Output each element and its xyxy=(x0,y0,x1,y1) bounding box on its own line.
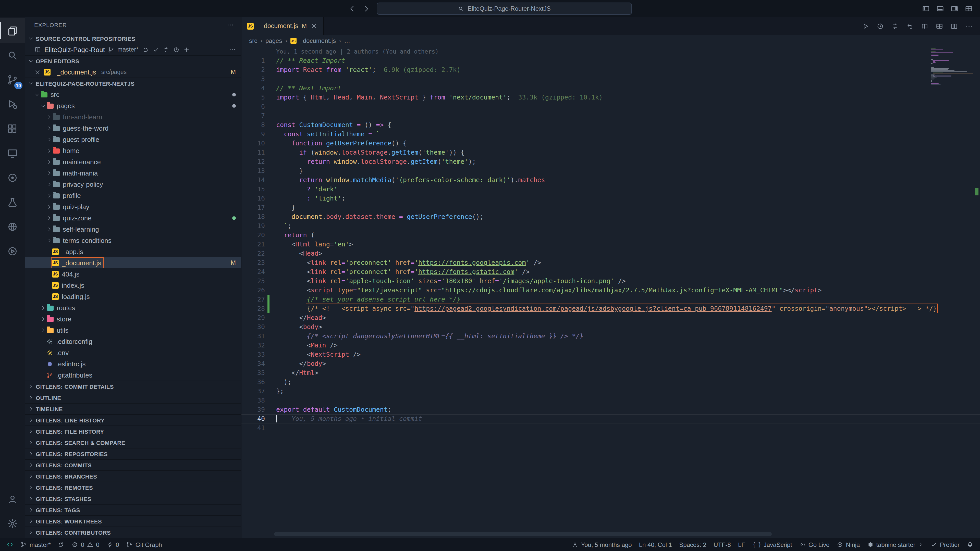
repository-row[interactable]: EliteQuiz-Page-Rout... master* xyxy=(25,44,241,55)
activity-accounts-icon[interactable] xyxy=(0,487,25,511)
status-indentation[interactable]: Spaces: 2 xyxy=(676,538,710,551)
status-eol[interactable]: LF xyxy=(735,538,749,551)
status-cursor-position[interactable]: Ln 40, Col 1 xyxy=(635,538,676,551)
code-line-18[interactable]: 18 document.body.dataset.theme = getUser… xyxy=(242,212,980,221)
tree-folder-store[interactable]: store xyxy=(25,313,241,324)
tree-folder-pages[interactable]: pages xyxy=(25,100,241,111)
open-editor-item[interactable]: _document.js src/pages M xyxy=(25,66,241,78)
status-gitlens-blame[interactable]: You, 5 months ago xyxy=(568,538,635,551)
tree-folder-utils[interactable]: utils xyxy=(25,324,241,336)
code-line-14[interactable]: 14 return window.matchMedia('(prefers-co… xyxy=(242,176,980,185)
sync-icon[interactable] xyxy=(143,46,149,53)
code-line-39[interactable]: 39export default CustomDocument; xyxy=(242,405,980,414)
tree-file-_app.js[interactable]: _app.js xyxy=(25,246,241,257)
command-center-search[interactable]: EliteQuiz-Page-Router-NextJS xyxy=(377,3,632,15)
status-problems[interactable]: 00 xyxy=(68,538,103,551)
code-line-8[interactable]: 8const CustomDocument = () => { xyxy=(242,121,980,130)
activity-testing-icon[interactable] xyxy=(0,190,25,214)
code-line-38[interactable]: 38 xyxy=(242,396,980,405)
breadcrumb-item[interactable]: pages xyxy=(266,37,282,44)
code-line-36[interactable]: 36 ); xyxy=(242,378,980,387)
tree-file-index.js[interactable]: index.js xyxy=(25,279,241,291)
tree-file-404.js[interactable]: 404.js xyxy=(25,268,241,279)
panel-gitlens-remotes[interactable]: GITLENS: REMOTES xyxy=(25,482,241,493)
minimap[interactable] xyxy=(930,47,973,87)
breadcrumb-item[interactable]: _document.js xyxy=(299,37,336,44)
overview-ruler[interactable] xyxy=(973,47,980,538)
code-line-21[interactable]: 21 <Html lang='en'> xyxy=(242,240,980,249)
code-line-34[interactable]: 34 </body> xyxy=(242,359,980,368)
status-remote-indicator[interactable] xyxy=(3,538,17,551)
activity-gitlens-icon[interactable] xyxy=(0,165,25,190)
panel-gitlens-search-compare[interactable]: GITLENS: SEARCH & COMPARE xyxy=(25,437,241,448)
code-line-30[interactable]: 30 <body> xyxy=(242,322,980,332)
code-line-16[interactable]: 16 : 'light'; xyxy=(242,194,980,203)
code-line-25[interactable]: 25 <link rel='apple-touch-icon' sizes='1… xyxy=(242,276,980,286)
history-back-icon[interactable] xyxy=(348,5,356,13)
code-line-24[interactable]: 24 <link rel='preconnect' href='https://… xyxy=(242,267,980,276)
code-line-23[interactable]: 23 <link rel='preconnect' href='https://… xyxy=(242,258,980,267)
status-notifications[interactable] xyxy=(963,538,977,551)
code-line-9[interactable]: 9 const setInitialTheme = ` xyxy=(242,130,980,139)
tree-folder-guest-profile[interactable]: guest-profile xyxy=(25,134,241,145)
tree-folder-privacy-policy[interactable]: privacy-policy xyxy=(25,179,241,190)
status-ninja[interactable]: Ninja xyxy=(833,538,863,551)
tree-file-loading.js[interactable]: loading.js xyxy=(25,291,241,302)
panel-gitlens-branches[interactable]: GITLENS: BRANCHES xyxy=(25,470,241,482)
panel-gitlens-stashes[interactable]: GITLENS: STASHES xyxy=(25,493,241,504)
code-line-33[interactable]: 33 <NextScript /> xyxy=(242,350,980,359)
tab-document-js[interactable]: _document.js M xyxy=(242,17,324,35)
code-line-13[interactable]: 13 } xyxy=(242,166,980,176)
history-forward-icon[interactable] xyxy=(363,5,371,13)
activity-explorer-icon[interactable] xyxy=(0,18,25,43)
code-line-1[interactable]: 1// ** React Import xyxy=(242,56,980,65)
tree-folder-self-learning[interactable]: self-learning xyxy=(25,224,241,235)
panel-outline[interactable]: OUTLINE xyxy=(25,392,241,403)
code-line-40[interactable]: 40 You, 5 months ago • initial commit xyxy=(242,414,980,424)
code-line-10[interactable]: 10 function getUserPreference() { xyxy=(242,139,980,148)
panel-gitlens-line-history[interactable]: GITLENS: LINE HISTORY xyxy=(25,414,241,426)
code-line-3[interactable]: 3 xyxy=(242,75,980,84)
more-actions-icon[interactable] xyxy=(227,21,234,29)
more-icon[interactable] xyxy=(965,22,973,30)
panel-gitlens-tags[interactable]: GITLENS: TAGS xyxy=(25,504,241,515)
close-icon[interactable] xyxy=(34,68,41,75)
tree-folder-quiz-play[interactable]: quiz-play xyxy=(25,201,241,212)
tree-folder-guess-the-word[interactable]: guess-the-word xyxy=(25,122,241,134)
book-icon[interactable] xyxy=(921,22,928,30)
check-icon[interactable] xyxy=(153,46,159,53)
status-sync[interactable] xyxy=(54,538,68,551)
more-actions-icon[interactable] xyxy=(229,46,236,53)
codelens-blame[interactable]: You, 1 second ago | 2 authors (You and o… xyxy=(242,47,980,56)
status-go-live[interactable]: Go Live xyxy=(796,538,833,551)
tree-folder-quiz-zone[interactable]: quiz-zone xyxy=(25,212,241,224)
code-line-32[interactable]: 32 <Main /> xyxy=(242,341,980,350)
horizontal-scrollbar[interactable] xyxy=(274,532,929,536)
status-prettier[interactable]: Prettier xyxy=(927,538,963,551)
status-tabnine[interactable]: tabnine starter xyxy=(863,538,927,551)
activity-live-server-icon[interactable] xyxy=(0,214,25,239)
code-line-41[interactable]: 41 xyxy=(242,424,980,433)
activity-run-and-debug-icon[interactable] xyxy=(0,92,25,116)
code-line-7[interactable]: 7 xyxy=(242,111,980,121)
tree-file-.gitattributes[interactable]: .gitattributes xyxy=(25,369,241,381)
tree-folder-maintenance[interactable]: maintenance xyxy=(25,156,241,167)
layout-grid-icon[interactable] xyxy=(935,22,943,30)
code-line-17[interactable]: 17 } xyxy=(242,203,980,212)
activity-extensions-icon[interactable] xyxy=(0,116,25,141)
status-git-graph[interactable]: Git Graph xyxy=(123,538,165,551)
layout-right-icon[interactable] xyxy=(950,5,959,13)
compare-icon[interactable] xyxy=(891,22,899,30)
panel-gitlens-commit-details[interactable]: GITLENS: COMMIT DETAILS xyxy=(25,381,241,392)
tree-file-.eslintrc.js[interactable]: .eslintrc.js xyxy=(25,358,241,369)
code-line-5[interactable]: 5import { Html, Head, Main, NextScript }… xyxy=(242,93,980,102)
section-source-control-repositories[interactable]: SOURCE CONTROL REPOSITORIES xyxy=(25,33,241,44)
code-line-37[interactable]: 37}; xyxy=(242,387,980,396)
tree-folder-profile[interactable]: profile xyxy=(25,190,241,201)
scrollbar-thumb[interactable] xyxy=(274,532,772,536)
history-icon[interactable] xyxy=(877,22,884,30)
code-line-2[interactable]: 2import React from 'react'; 6.9k (gzippe… xyxy=(242,65,980,75)
activity-source-control-icon[interactable]: 10 xyxy=(0,67,25,92)
code-line-6[interactable]: 6 xyxy=(242,102,980,111)
tree-folder-home[interactable]: home xyxy=(25,145,241,156)
